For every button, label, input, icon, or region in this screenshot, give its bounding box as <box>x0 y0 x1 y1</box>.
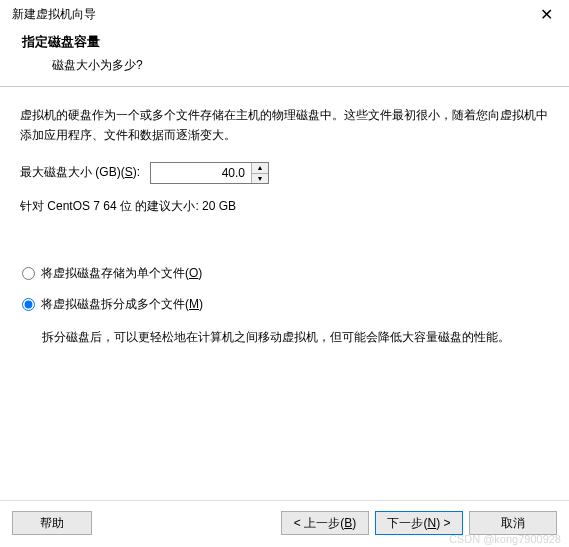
radio-single-file-label: 将虚拟磁盘存储为单个文件(O) <box>41 265 202 282</box>
radio-single-file-input[interactable] <box>22 267 35 280</box>
split-hint-text: 拆分磁盘后，可以更轻松地在计算机之间移动虚拟机，但可能会降低大容量磁盘的性能。 <box>22 327 549 347</box>
next-button[interactable]: 下一步(N) > <box>375 511 463 535</box>
disk-size-label: 最大磁盘大小 (GB)(S): <box>20 164 140 181</box>
back-button[interactable]: < 上一步(B) <box>281 511 369 535</box>
cancel-button[interactable]: 取消 <box>469 511 557 535</box>
disk-size-spinner[interactable]: ▲ ▼ <box>150 162 269 184</box>
radio-split-files[interactable]: 将虚拟磁盘拆分成多个文件(M) <box>22 296 549 313</box>
page-subtitle: 磁盘大小为多少? <box>22 57 557 74</box>
radio-split-files-input[interactable] <box>22 298 35 311</box>
recommended-size-text: 针对 CentOS 7 64 位 的建议大小: 20 GB <box>20 198 549 215</box>
window-title: 新建虚拟机向导 <box>12 6 96 23</box>
disk-size-input[interactable] <box>151 163 251 183</box>
page-title: 指定磁盘容量 <box>22 33 557 51</box>
radio-split-files-label: 将虚拟磁盘拆分成多个文件(M) <box>41 296 203 313</box>
close-button[interactable]: ✕ <box>536 7 557 23</box>
help-button[interactable]: 帮助 <box>12 511 92 535</box>
spinner-down-button[interactable]: ▼ <box>252 173 268 183</box>
description-text: 虚拟机的硬盘作为一个或多个文件存储在主机的物理磁盘中。这些文件最初很小，随着您向… <box>20 105 549 146</box>
radio-single-file[interactable]: 将虚拟磁盘存储为单个文件(O) <box>22 265 549 282</box>
spinner-up-button[interactable]: ▲ <box>252 163 268 173</box>
